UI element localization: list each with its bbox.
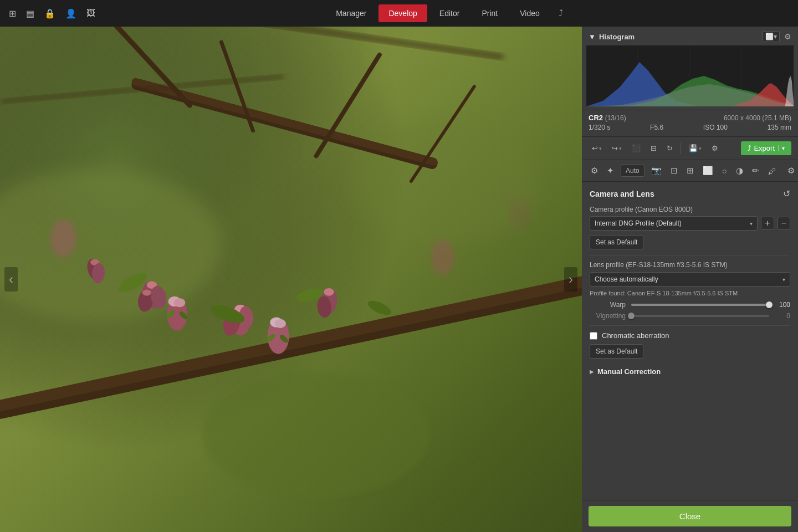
redo-button[interactable]: ↪▾	[608, 142, 625, 155]
camera-lens-section: Camera and Lens ↺ Camera profile (Canon …	[582, 182, 798, 387]
camera-profile-label: Camera profile (Canon EOS 800D)	[590, 206, 790, 213]
share-icon[interactable]: ⤴	[559, 8, 563, 18]
chromatic-aberration-checkbox[interactable]	[590, 332, 597, 340]
rotate-tool-button[interactable]: ↻	[663, 142, 676, 155]
lens-set-default-button[interactable]: Set as Default	[590, 344, 643, 359]
tab-video[interactable]: Video	[510, 4, 550, 22]
lens-profile-label: Lens profile (EF-S18-135mm f/3.5-5.6 IS …	[590, 261, 790, 269]
histogram-view-btn[interactable]: ⬜▾	[763, 31, 780, 42]
straighten-icon[interactable]: ⊞	[684, 163, 696, 178]
person-icon[interactable]: 👤	[63, 6, 79, 21]
warp-slider[interactable]	[631, 304, 769, 306]
warp-value: 100	[775, 301, 790, 309]
image-icon[interactable]: 🖼	[84, 6, 98, 21]
toolbar-row: ↩▾ ↪▾ ⬛ ⊟ ↻ 💾▾ ⚙ ⤴ Export ▾	[582, 137, 798, 160]
camera-lens-reset-button[interactable]: ↺	[783, 188, 790, 199]
crop-icon[interactable]: ⊡	[668, 163, 680, 178]
vignetting-slider-thumb[interactable]	[628, 313, 635, 319]
auto-button[interactable]: Auto	[621, 165, 644, 177]
file-focal-length: 135 mm	[768, 124, 791, 131]
manual-correction-header[interactable]: ▶ Manual Correction	[590, 365, 790, 378]
warp-slider-thumb[interactable]	[766, 301, 773, 308]
warp-label: Warp	[590, 301, 626, 309]
circle-select-icon[interactable]: ○	[720, 164, 729, 178]
camera-lens-title: Camera and Lens	[590, 190, 654, 198]
rect-select-icon[interactable]: ⬜	[700, 163, 715, 178]
nav-icons-left: ⊞ ▤ 🔒 👤 🖼	[7, 6, 98, 21]
svg-point-44	[509, 198, 528, 228]
nav-tabs: Manager Develop Editor Print Video ⤴	[98, 4, 791, 22]
chromatic-aberration-row: Chromatic aberration	[590, 331, 790, 340]
vignetting-label: Vignetting	[590, 312, 626, 320]
camera-profile-dropdown[interactable]: Internal DNG Profile (Default) ▾	[590, 216, 758, 231]
tab-develop[interactable]: Develop	[378, 4, 427, 22]
histogram-collapse-arrow[interactable]: ▼	[589, 33, 596, 41]
lens-profile-dropdown[interactable]: Choose automatically ▾	[590, 272, 790, 287]
save-button[interactable]: 💾▾	[686, 142, 705, 155]
photo-prev-button[interactable]: ‹	[4, 267, 18, 291]
close-button[interactable]: Close	[589, 506, 791, 526]
svg-point-4	[202, 371, 430, 497]
histogram-gear-icon[interactable]: ⚙	[784, 32, 791, 41]
camera-profile-value: Internal DNG Profile (Default)	[595, 219, 682, 227]
manual-correction-title: Manual Correction	[597, 367, 661, 376]
file-iso: ISO 100	[703, 124, 728, 131]
lock-icon[interactable]: 🔒	[42, 6, 58, 21]
top-navigation: ⊞ ▤ 🔒 👤 🖼 Manager Develop Editor Print V…	[0, 0, 798, 27]
svg-point-34	[174, 298, 186, 307]
crop-tool-button[interactable]: ⊟	[647, 142, 660, 155]
manual-correction-arrow-icon: ▶	[590, 369, 594, 375]
photo-next-button[interactable]: ›	[564, 267, 577, 291]
lens-profile-row: Choose automatically ▾	[590, 272, 790, 287]
histogram-controls: ⬜▾ ⚙	[763, 31, 791, 42]
camera-lens-header: Camera and Lens ↺	[590, 188, 790, 199]
undo-button[interactable]: ↩▾	[589, 142, 605, 155]
histogram-header: ▼ Histogram ⬜▾ ⚙	[582, 27, 798, 45]
brush-icon[interactable]: ✏	[750, 163, 761, 178]
svg-point-43	[431, 239, 454, 275]
chromatic-aberration-label: Chromatic aberration	[602, 331, 669, 340]
file-info-section: CR2 (13/16) 6000 x 4000 (25.1 MB) 1/320 …	[582, 110, 798, 137]
vignetting-slider[interactable]	[631, 315, 769, 317]
camera-profile-remove-button[interactable]: −	[777, 217, 790, 230]
white-balance-icon[interactable]: ◑	[734, 163, 745, 178]
export-label: Export	[754, 144, 775, 152]
close-button-container: Close	[582, 500, 798, 532]
camera-settings-icon[interactable]: 📷	[649, 163, 664, 178]
tab-manager[interactable]: Manager	[326, 4, 376, 22]
file-format-label: CR2 (13/16)	[589, 114, 626, 122]
pen-icon[interactable]: 🖊	[766, 164, 779, 178]
camera-profile-arrow: ▾	[750, 221, 753, 227]
lens-profile-value: Choose automatically	[595, 275, 658, 283]
tools-gear-icon[interactable]: ⚙	[787, 166, 795, 176]
camera-set-default-button[interactable]: Set as Default	[590, 235, 643, 249]
export-button[interactable]: ⤴ Export ▾	[741, 141, 791, 155]
film-strip-icon[interactable]: ▤	[24, 6, 37, 21]
svg-point-39	[274, 319, 286, 328]
file-dimensions: 6000 x 4000 (25.1 MB)	[724, 114, 791, 122]
divider-1	[590, 255, 790, 255]
settings-small-button[interactable]: ⚙	[708, 142, 722, 155]
tools-settings-icon[interactable]: ⚙	[589, 163, 600, 178]
file-counter: (13/16)	[605, 114, 626, 122]
profile-found-text: Profile found: Canon EF-S 18-135mm f/3.5…	[590, 290, 790, 296]
histogram-canvas	[586, 45, 794, 106]
histogram-title: ▼ Histogram	[589, 33, 635, 41]
svg-point-23	[324, 288, 334, 296]
tools-row: ⚙ ✦ Auto 📷 ⊡ ⊞ ⬜ ○ ◑ ✏ 🖊 ⚙	[582, 160, 798, 182]
tab-editor[interactable]: Editor	[429, 4, 470, 22]
tools-magic-icon[interactable]: ✦	[605, 163, 616, 178]
export-dropdown-arrow[interactable]: ▾	[778, 145, 785, 151]
photo-area: ‹ ›	[0, 27, 582, 532]
panel-content: Camera and Lens ↺ Camera profile (Canon …	[582, 182, 798, 500]
vignetting-value: 0	[775, 312, 790, 320]
grid-icon[interactable]: ⊞	[7, 6, 18, 21]
file-info-row-2: 1/320 s F5.6 ISO 100 135 mm	[589, 124, 791, 131]
tab-print[interactable]: Print	[472, 4, 508, 22]
histogram-label: Histogram	[599, 33, 635, 41]
histogram-section: ▼ Histogram ⬜▾ ⚙	[582, 27, 798, 110]
toolbar-sep-1	[681, 143, 681, 154]
svg-point-16	[142, 289, 151, 295]
view-image-button[interactable]: ⬛	[628, 142, 644, 155]
camera-profile-add-button[interactable]: +	[761, 217, 774, 230]
